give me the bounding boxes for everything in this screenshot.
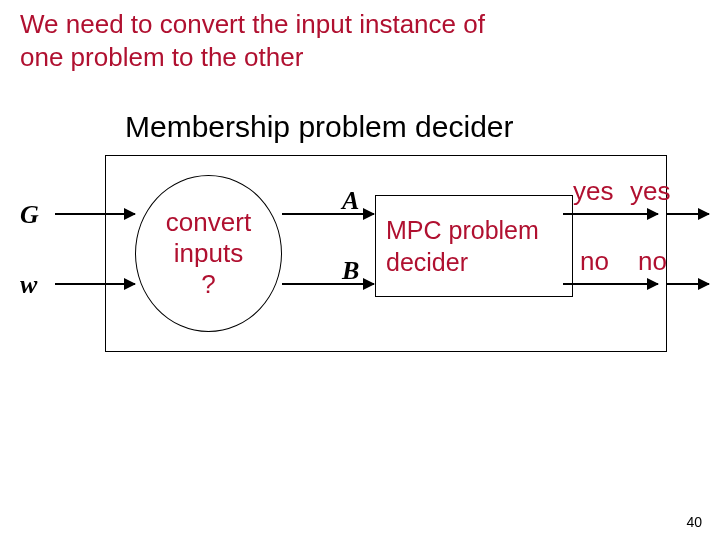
- var-B: B: [342, 256, 359, 286]
- arrow-w-to-converter: [55, 283, 135, 285]
- heading-line1: We need to convert the input instance of: [20, 9, 485, 39]
- heading-line2: one problem to the other: [20, 42, 303, 72]
- arrow-converter-to-B: [282, 283, 374, 285]
- output-no-inner: no: [580, 246, 609, 277]
- arrow-yes-seg2: [667, 213, 709, 215]
- diagram-title: Membership problem decider: [125, 110, 514, 144]
- input-var-w: w: [20, 270, 37, 300]
- arrow-no-seg2: [667, 283, 709, 285]
- inner-line2: decider: [386, 246, 572, 279]
- page-number: 40: [686, 514, 702, 530]
- arrow-yes-seg1: [563, 213, 658, 215]
- converter-line1: convert: [166, 207, 251, 238]
- output-no-outer: no: [638, 246, 667, 277]
- arrow-converter-to-A: [282, 213, 374, 215]
- converter-line3: ?: [201, 269, 215, 300]
- inner-line1: MPC problem: [386, 214, 572, 247]
- converter-line2: inputs: [174, 238, 243, 269]
- var-A: A: [342, 186, 359, 216]
- output-yes-inner: yes: [573, 176, 613, 207]
- input-var-G: G: [20, 200, 39, 230]
- arrow-G-to-converter: [55, 213, 135, 215]
- converter-ellipse: convert inputs ?: [135, 175, 282, 332]
- mpc-decider-box: MPC problem decider: [375, 195, 573, 297]
- arrow-no-seg1: [563, 283, 658, 285]
- output-yes-outer: yes: [630, 176, 670, 207]
- heading: We need to convert the input instance of…: [20, 8, 485, 73]
